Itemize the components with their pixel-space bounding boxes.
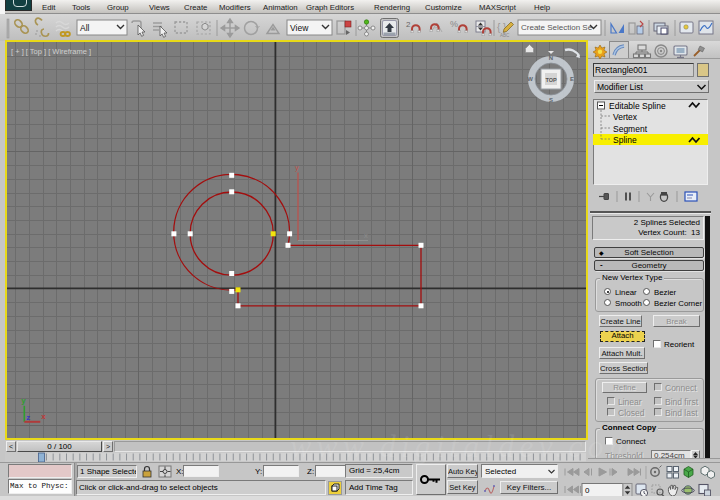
svg-text:Spline: Spline bbox=[613, 135, 637, 145]
svg-text:TOP: TOP bbox=[545, 77, 557, 83]
svg-text:x: x bbox=[364, 231, 368, 240]
svg-text:ABC: ABC bbox=[500, 33, 510, 38]
svg-text:x: x bbox=[41, 412, 46, 421]
svg-text:Create Selection Se: Create Selection Se bbox=[521, 23, 593, 32]
svg-text:y: y bbox=[295, 163, 299, 172]
svg-text:View: View bbox=[290, 23, 309, 33]
svg-text:y: y bbox=[21, 396, 26, 405]
svg-text:2: 2 bbox=[406, 20, 411, 29]
svg-text:W: W bbox=[527, 76, 533, 82]
svg-text:Vertex: Vertex bbox=[613, 112, 638, 122]
svg-text:[ + ] [ Top ] [ Wireframe ]: [ + ] [ Top ] [ Wireframe ] bbox=[11, 47, 91, 56]
svg-text:0: 0 bbox=[585, 486, 590, 495]
svg-text:N: N bbox=[549, 55, 553, 61]
svg-text:%: % bbox=[450, 19, 458, 29]
svg-text:Segment: Segment bbox=[613, 124, 648, 134]
svg-text:S: S bbox=[549, 97, 553, 103]
svg-text:z: z bbox=[26, 413, 30, 422]
svg-text:All: All bbox=[80, 23, 90, 33]
svg-text:Editable Spline: Editable Spline bbox=[609, 101, 666, 111]
svg-text:E: E bbox=[570, 76, 574, 82]
